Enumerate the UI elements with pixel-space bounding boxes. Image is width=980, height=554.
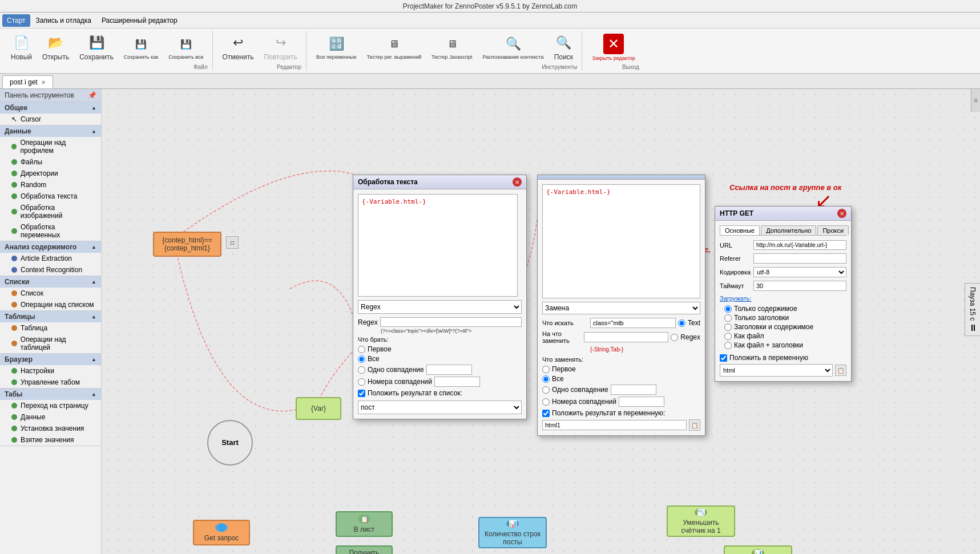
open-button[interactable]: 📂 Открыть <box>38 31 73 64</box>
replace-first[interactable]: Первое <box>542 365 700 373</box>
node-start[interactable]: Start <box>207 420 253 466</box>
text-radio[interactable] <box>678 320 685 327</box>
replace-match-nums[interactable]: Номера совпадений <box>542 397 700 407</box>
redo-button[interactable]: ↪ Повторить <box>260 31 301 64</box>
replace-all[interactable]: Все <box>542 375 700 383</box>
menu-item-advanced[interactable]: Расширенный редактор <box>97 14 182 27</box>
close-editor-button[interactable]: ✕ Закрыть редактор <box>588 31 639 64</box>
http-tab-main[interactable]: Основные <box>720 225 760 235</box>
sidebar-item-text-processing[interactable]: Обработка текста <box>0 191 101 202</box>
sidebar-item-tab-mgmt[interactable]: Управление табом <box>0 377 101 388</box>
node-kolichestvo-strok[interactable]: 📊 Количество строк посты <box>478 517 547 548</box>
find-input[interactable] <box>590 318 676 328</box>
take-one-match[interactable]: Одно совпадение <box>358 365 522 375</box>
search-button[interactable]: 🔍 Поиск <box>550 31 577 64</box>
load-opt-file[interactable]: Как файл <box>724 332 846 340</box>
load-label: Загружать: <box>720 294 846 302</box>
tab-close-icon[interactable]: ✕ <box>41 79 46 86</box>
http-put-var-checkbox[interactable] <box>720 354 727 362</box>
sidebar-item-get-value[interactable]: Взятие значения <box>0 434 101 446</box>
context-recog-button[interactable]: 🔍 Распознавание контекста <box>479 32 548 63</box>
node-contep[interactable]: {contep_html}=={contep_html1} <box>153 232 221 257</box>
save-button[interactable]: 💾 Сохранить <box>75 31 118 64</box>
replace-one-match[interactable]: Одно совпадение <box>542 385 700 395</box>
sidebar-item-table[interactable]: Таблица <box>0 322 101 334</box>
node-kolichestvo2[interactable]: 📊 Количество строк <box>724 545 792 554</box>
sidebar-section-title-tables[interactable]: Таблицы ▲ <box>0 311 101 322</box>
sidebar-item-context[interactable]: Context Recognition <box>0 264 101 276</box>
menu-item-start[interactable]: Старт <box>2 14 30 27</box>
http-var-select[interactable]: html <box>720 364 833 377</box>
sidebar-item-var-processing[interactable]: Обработка переменных <box>0 221 101 241</box>
toolbar-group-tools: 🔡 Все переменные 🖥 Тестер рег. выражений… <box>308 31 583 71</box>
load-opt-file-headers[interactable]: Как файл + заголовки <box>724 341 846 349</box>
sidebar-item-image-processing[interactable]: Обработка изображений <box>0 202 101 221</box>
http-tab-advanced[interactable]: Дополнительно <box>761 225 816 235</box>
var-input-field[interactable] <box>542 420 687 430</box>
node-v-list[interactable]: 📋 В лист <box>336 511 393 537</box>
tab-post-get[interactable]: post i get ✕ <box>2 75 53 88</box>
sidebar-item-files[interactable]: Файлы <box>0 156 101 168</box>
load-opt-content[interactable]: Только содержимое <box>724 305 846 313</box>
put-list-checkbox[interactable] <box>358 390 365 397</box>
replace-input-field[interactable] <box>584 332 668 342</box>
sidebar-item-settings[interactable]: Настройки <box>0 365 101 377</box>
list-select[interactable]: пост <box>358 401 522 414</box>
sidebar-item-article[interactable]: Article Extraction <box>0 253 101 264</box>
load-opt-headers-content[interactable]: Заголовки и содержимое <box>724 323 846 331</box>
http-get-close[interactable]: ✕ <box>837 209 846 218</box>
take-all[interactable]: Все <box>358 355 522 363</box>
sidebar-item-data[interactable]: Данные <box>0 411 101 423</box>
sidebar-item-list[interactable]: Список <box>0 288 101 299</box>
menu-item-record[interactable]: Запись и отладка <box>31 14 96 27</box>
node-umenshit[interactable]: 📉 Уменьшить счётчик на 1 <box>667 506 735 537</box>
replace-mode-select[interactable]: Замена <box>542 302 700 314</box>
http-timeout-row: Таймаут <box>720 281 846 291</box>
sidebar-item-navigate[interactable]: Переход на страницу <box>0 400 101 411</box>
save-as-button[interactable]: 💾 Сохранить как <box>120 32 162 63</box>
text-processing-close[interactable]: ✕ <box>513 177 522 187</box>
sidebar-item-dirs[interactable]: Директории <box>0 168 101 179</box>
pause-button[interactable]: Пауза 15 с ⏸ <box>965 283 980 336</box>
take-first[interactable]: Первое <box>358 345 522 353</box>
sidebar-section-title-browser[interactable]: Браузер ▲ <box>0 354 101 365</box>
take-match-nums[interactable]: Номера совпадений <box>358 377 522 387</box>
regex-radio[interactable] <box>671 334 678 341</box>
referer-input[interactable] <box>753 253 846 264</box>
sidebar-section-title-lists[interactable]: Списки ▲ <box>0 276 101 288</box>
sidebar-item-table-ops[interactable]: Операции над таблицей <box>0 334 101 353</box>
sidebar-item-set-value[interactable]: Установка значения <box>0 423 101 434</box>
node-var[interactable]: {Var} <box>296 397 341 420</box>
load-opt-headers[interactable]: Только заголовки <box>724 314 846 322</box>
timeout-input[interactable] <box>753 281 846 291</box>
http-tab-proxy[interactable]: Прокси <box>817 225 849 235</box>
sidebar-item-profile-ops[interactable]: Операции над профилем <box>0 137 101 156</box>
undo-button[interactable]: ↩ Отменить <box>219 31 258 64</box>
http-copy-btn[interactable]: 📋 <box>835 365 846 376</box>
green-dot-icon7 <box>11 228 17 234</box>
node-get-zapros[interactable]: 🌐 Get запрос <box>193 520 250 545</box>
url-input[interactable] <box>753 240 846 250</box>
canvas[interactable]: Start {contep_html}=={contep_html1} □ {V… <box>102 89 980 554</box>
new-button[interactable]: 📄 Новый <box>7 31 36 64</box>
sidebar-item-cursor[interactable]: ↖ Cursor <box>0 114 101 125</box>
regex-input[interactable] <box>380 317 522 327</box>
sidebar-section-title-data[interactable]: Данные ▲ <box>0 126 101 137</box>
sidebar-section-title-general[interactable]: Общее ▲ <box>0 102 101 114</box>
js-tester-button[interactable]: 🖥 Тестер Javascript <box>428 32 477 63</box>
replace-dialog: {-Variable.html-} Замена Что искать Text… <box>537 175 705 436</box>
sidebar-item-list-ops[interactable]: Операции над списком <box>0 299 101 310</box>
sidebar-section-title-analysis[interactable]: Анализ содержимого ▲ <box>0 241 101 253</box>
regex-tester-button[interactable]: 🖥 Тестер рег. выражений <box>363 32 426 63</box>
node-poluchit-stroku[interactable]: Получить строку <box>336 545 393 554</box>
copy-var-btn[interactable]: 📋 <box>689 419 700 431</box>
sidebar-section-title-tabs[interactable]: Табы ▲ <box>0 389 101 400</box>
text-processing-mode-select[interactable]: Regex <box>358 300 522 314</box>
sidebar-item-random[interactable]: Random <box>0 179 101 191</box>
node-contep-btn[interactable]: □ <box>226 236 239 249</box>
resize-handle[interactable]: ≡ <box>971 89 980 112</box>
put-var-checkbox[interactable] <box>542 410 550 417</box>
all-vars-button[interactable]: 🔡 Все переменные <box>312 32 361 63</box>
save-all-button[interactable]: 💾 Сохранить все <box>164 32 207 63</box>
encoding-select[interactable]: utf-8 <box>753 267 846 277</box>
